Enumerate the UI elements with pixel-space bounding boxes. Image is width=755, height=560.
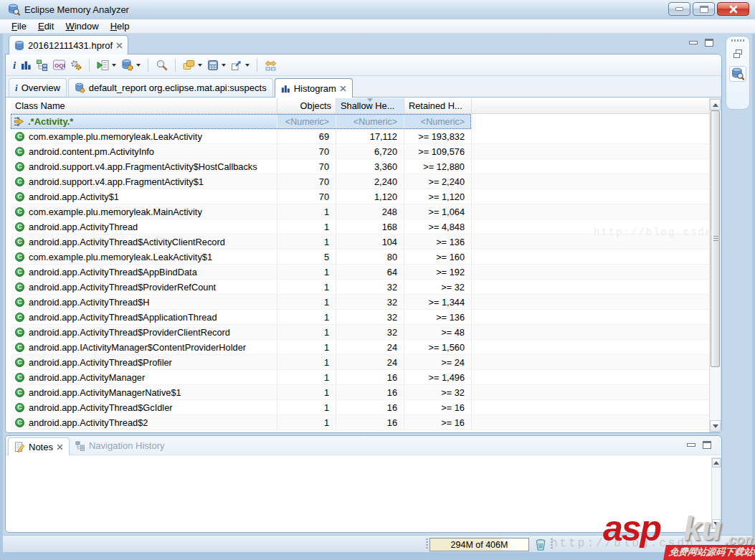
class-icon: C	[15, 252, 24, 262]
oql-icon[interactable]: OQL	[53, 60, 65, 70]
minimize-editor-icon[interactable]	[689, 41, 698, 44]
dropdown-arrow-icon[interactable]	[245, 64, 250, 67]
info-icon[interactable]: i	[13, 60, 16, 71]
table-row[interactable]: Candroid.app.ActivityManagerNative$1 1 1…	[11, 385, 709, 400]
table-row[interactable]: Candroid.app.ActivityThread$2 1 16 >= 16	[11, 415, 709, 430]
table-row[interactable]: Candroid.app.ActivityThread$Profiler 1 2…	[11, 355, 709, 370]
maximize-editor-icon[interactable]	[705, 39, 713, 47]
scroll-up-arrow[interactable]	[712, 458, 721, 468]
dropdown-arrow-icon[interactable]	[222, 64, 226, 67]
retained-heap-cell: >= 1,120	[404, 189, 471, 204]
dominator-tree-icon[interactable]	[37, 60, 48, 71]
table-row[interactable]: Candroid.app.IActivityManager$ContentPro…	[11, 340, 709, 355]
filler-cell	[471, 280, 709, 294]
editor-tab-close-icon[interactable]	[116, 42, 123, 49]
heap-dump-icon	[14, 40, 24, 51]
table-row[interactable]: Candroid.app.ActivityThread$AppBindData …	[11, 265, 709, 280]
objects-cell: 1	[277, 370, 336, 384]
table-row[interactable]: Candroid.app.ActivityThread$GcIdler 1 16…	[11, 400, 709, 415]
scroll-up-arrow[interactable]	[710, 99, 721, 110]
filler-cell	[471, 189, 709, 204]
tab-overview[interactable]: i Overview	[9, 78, 67, 97]
scrollbar-thumb[interactable]	[711, 110, 720, 367]
table-scrollbar[interactable]	[709, 98, 721, 432]
tab-close-icon[interactable]	[340, 85, 346, 92]
compare-icon[interactable]	[265, 60, 277, 71]
tab-notes[interactable]: Notes	[8, 437, 70, 455]
table-row[interactable]: Candroid.content.pm.ActivityInfo 70 6,72…	[11, 144, 709, 159]
shallow-heap-cell: 80	[336, 250, 404, 264]
dropdown-arrow-icon[interactable]	[198, 64, 202, 67]
maximize-panel-icon[interactable]	[703, 441, 711, 449]
table-row[interactable]: Candroid.support.v4.app.FragmentActivity…	[11, 174, 709, 189]
shallow-heap-cell: 64	[336, 265, 404, 279]
column-header-filler	[471, 98, 709, 113]
filler-cell	[471, 250, 709, 264]
shallow-filter-input[interactable]: <Numeric>	[336, 114, 404, 129]
class-name-cell: android.support.v4.app.FragmentActivity$…	[29, 176, 204, 187]
class-filter-input[interactable]: .*Activity.*	[28, 116, 73, 127]
menu-item[interactable]: Help	[105, 20, 136, 32]
dropdown-arrow-icon[interactable]	[112, 64, 116, 67]
shallow-heap-cell: 16	[336, 415, 404, 430]
tab-histogram[interactable]: Histogram	[275, 78, 353, 98]
table-row[interactable]: Candroid.app.ActivityThread$ProviderRefC…	[11, 280, 709, 295]
objects-cell: 70	[277, 144, 336, 158]
table-row[interactable]: Candroid.app.ActivityThread$H 1 32 >= 1,…	[11, 295, 709, 310]
run-expert-system-test-icon[interactable]	[97, 60, 116, 71]
filler-cell	[471, 159, 709, 174]
minimize-button[interactable]	[668, 2, 690, 16]
column-header-shallow-heap[interactable]: Shallow He...	[336, 98, 404, 113]
tab-close-icon[interactable]	[57, 444, 63, 450]
table-header: Class Name Objects Shallow He... Retaine…	[11, 98, 709, 114]
retained-heap-cell: >= 160	[404, 250, 471, 264]
search-icon[interactable]	[156, 59, 168, 71]
tab-default-report[interactable]: default_report org.eclipse.mat.api:suspe…	[68, 78, 273, 97]
export-icon[interactable]	[231, 60, 250, 71]
table-row[interactable]: Candroid.support.v4.app.FragmentActivity…	[11, 159, 709, 174]
inspector-view-icon[interactable]	[729, 66, 746, 82]
filler-cell	[471, 385, 709, 399]
retained-heap-cell: >= 48	[404, 325, 471, 339]
column-header-class-name[interactable]: Class Name	[11, 98, 277, 113]
close-button[interactable]	[717, 2, 749, 16]
dropdown-arrow-icon[interactable]	[136, 64, 141, 67]
restore-view-icon[interactable]	[729, 46, 746, 62]
table-row[interactable]: Ccom.example.plu.memoryleak.LeakActivity…	[11, 250, 709, 265]
objects-cell: 1	[277, 265, 336, 279]
filler-cell	[471, 129, 709, 143]
editor-tab-hprof[interactable]: 201612111431.hprof	[9, 35, 128, 54]
column-header-retained-heap[interactable]: Retained H...	[404, 98, 471, 113]
shallow-heap-cell: 32	[336, 310, 404, 324]
drag-handle-icon[interactable]	[731, 39, 744, 42]
objects-filter-input[interactable]: <Numeric>	[277, 114, 336, 129]
table-row[interactable]: Candroid.app.ActivityThread$ProviderClie…	[11, 325, 709, 340]
column-header-objects[interactable]: Objects	[277, 98, 336, 113]
editor-panel-controls	[689, 39, 713, 47]
menu-item[interactable]: Edit	[32, 20, 60, 32]
minimize-panel-icon[interactable]	[687, 443, 695, 447]
calculator-icon[interactable]	[207, 60, 226, 71]
objects-cell: 1	[277, 310, 336, 324]
class-name-cell: android.app.ActivityThread$H	[29, 297, 150, 308]
retained-heap-cell: >= 4,848	[404, 219, 471, 234]
histogram-icon[interactable]	[21, 60, 32, 70]
scroll-down-arrow[interactable]	[710, 420, 721, 432]
group-by-icon[interactable]	[183, 60, 202, 70]
menu-item[interactable]: File	[6, 20, 32, 32]
table-row[interactable]: Ccom.example.plu.memoryleak.LeakActivity…	[11, 129, 709, 144]
table-row[interactable]: Ccom.example.plu.memoryleak.MainActivity…	[11, 204, 709, 219]
menu-item[interactable]: Window	[60, 20, 104, 32]
filter-row-selection[interactable]: .*Activity.* <Numeric> <Numeric> <Numeri…	[11, 114, 471, 129]
maximize-button[interactable]	[693, 2, 715, 16]
run-garbage-collector-button[interactable]	[533, 537, 548, 551]
table-row[interactable]: Candroid.app.ActivityManager 1 16 >= 1,4…	[11, 370, 709, 385]
class-name-cell: android.content.pm.ActivityInfo	[29, 146, 154, 157]
customize-retained-set-icon[interactable]	[70, 60, 82, 71]
open-query-browser-icon[interactable]	[121, 59, 141, 71]
table-row[interactable]: Candroid.app.ActivityThread$ApplicationT…	[11, 310, 709, 325]
table-row[interactable]: Candroid.app.Activity$1 70 1,120 >= 1,12…	[11, 189, 709, 204]
filler-cell	[471, 174, 709, 189]
tab-navigation-history[interactable]: Navigation History	[70, 437, 171, 455]
retained-filter-input[interactable]: <Numeric>	[404, 114, 471, 129]
